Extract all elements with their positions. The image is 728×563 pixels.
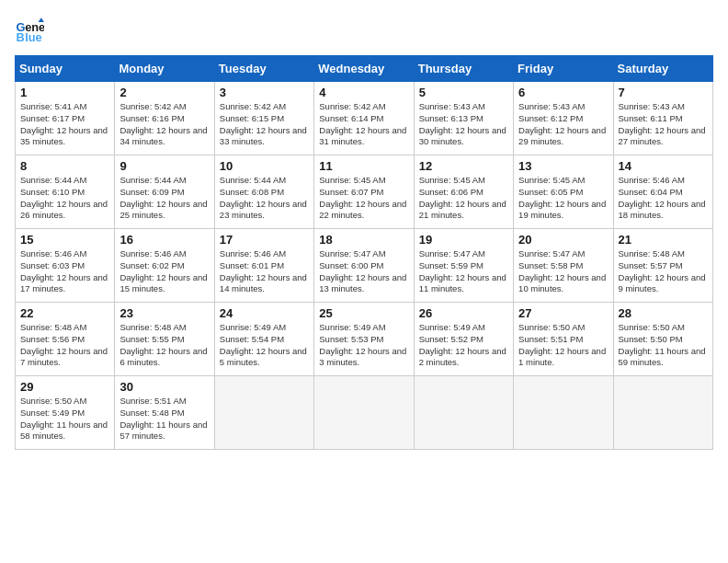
calendar-cell: [314, 376, 414, 450]
cell-details: Sunrise: 5:42 AM Sunset: 6:16 PM Dayligh…: [119, 101, 209, 148]
calendar-cell: 28Sunrise: 5:50 AM Sunset: 5:50 PM Dayli…: [613, 303, 712, 376]
day-number: 26: [419, 306, 508, 320]
day-number: 7: [619, 86, 708, 99]
calendar-cell: 24Sunrise: 5:49 AM Sunset: 5:54 PM Dayli…: [214, 303, 313, 376]
cell-details: Sunrise: 5:50 AM Sunset: 5:50 PM Dayligh…: [619, 322, 708, 369]
calendar-cell: 16Sunrise: 5:46 AM Sunset: 6:02 PM Dayli…: [115, 229, 214, 303]
day-number: 10: [220, 159, 309, 173]
day-number: 23: [119, 306, 209, 320]
cell-details: Sunrise: 5:48 AM Sunset: 5:57 PM Dayligh…: [619, 248, 708, 295]
calendar-cell: 14Sunrise: 5:46 AM Sunset: 6:04 PM Dayli…: [613, 155, 712, 229]
calendar-cell: 20Sunrise: 5:47 AM Sunset: 5:58 PM Dayli…: [514, 229, 613, 303]
day-number: 21: [619, 233, 708, 247]
calendar-cell: 5Sunrise: 5:43 AM Sunset: 6:13 PM Daylig…: [414, 82, 513, 155]
logo-icon: G eneral B lue: [15, 15, 44, 44]
weekday-header: Tuesday: [214, 56, 313, 82]
calendar-cell: [214, 376, 313, 450]
day-number: 30: [119, 380, 209, 394]
day-number: 6: [518, 86, 608, 99]
day-number: 2: [119, 86, 209, 99]
cell-details: Sunrise: 5:43 AM Sunset: 6:12 PM Dayligh…: [518, 101, 608, 148]
calendar-cell: 21Sunrise: 5:48 AM Sunset: 5:57 PM Dayli…: [613, 229, 712, 303]
cell-details: Sunrise: 5:49 AM Sunset: 5:53 PM Dayligh…: [319, 322, 408, 369]
day-number: 16: [119, 233, 209, 247]
day-number: 1: [20, 86, 109, 99]
cell-details: Sunrise: 5:49 AM Sunset: 5:54 PM Dayligh…: [220, 322, 309, 369]
calendar-cell: 11Sunrise: 5:45 AM Sunset: 6:07 PM Dayli…: [314, 155, 414, 229]
cell-details: Sunrise: 5:42 AM Sunset: 6:15 PM Dayligh…: [220, 101, 309, 148]
calendar-cell: 15Sunrise: 5:46 AM Sunset: 6:03 PM Dayli…: [16, 229, 115, 303]
calendar-cell: 4Sunrise: 5:42 AM Sunset: 6:14 PM Daylig…: [314, 82, 414, 155]
day-number: 3: [220, 86, 309, 99]
cell-details: Sunrise: 5:50 AM Sunset: 5:51 PM Dayligh…: [518, 322, 608, 369]
day-number: 14: [619, 159, 708, 173]
cell-details: Sunrise: 5:45 AM Sunset: 6:06 PM Dayligh…: [419, 175, 508, 222]
page-header: G eneral B lue: [15, 15, 713, 44]
cell-details: Sunrise: 5:43 AM Sunset: 6:11 PM Dayligh…: [619, 101, 708, 148]
weekday-header: Sunday: [16, 56, 115, 82]
calendar-cell: 17Sunrise: 5:46 AM Sunset: 6:01 PM Dayli…: [214, 229, 313, 303]
calendar-cell: [613, 376, 712, 450]
calendar-cell: 2Sunrise: 5:42 AM Sunset: 6:16 PM Daylig…: [115, 82, 214, 155]
weekday-header: Wednesday: [314, 56, 414, 82]
day-number: 25: [319, 306, 408, 320]
cell-details: Sunrise: 5:44 AM Sunset: 6:09 PM Dayligh…: [119, 175, 209, 222]
day-number: 18: [319, 233, 408, 247]
calendar-cell: 1Sunrise: 5:41 AM Sunset: 6:17 PM Daylig…: [16, 82, 115, 155]
calendar-cell: [414, 376, 513, 450]
cell-details: Sunrise: 5:46 AM Sunset: 6:04 PM Dayligh…: [619, 175, 708, 222]
cell-details: Sunrise: 5:48 AM Sunset: 5:56 PM Dayligh…: [20, 322, 109, 369]
calendar-cell: 27Sunrise: 5:50 AM Sunset: 5:51 PM Dayli…: [514, 303, 613, 376]
calendar-cell: 19Sunrise: 5:47 AM Sunset: 5:59 PM Dayli…: [414, 229, 513, 303]
day-number: 12: [419, 159, 508, 173]
day-number: 15: [20, 233, 109, 247]
cell-details: Sunrise: 5:51 AM Sunset: 5:48 PM Dayligh…: [119, 396, 209, 442]
cell-details: Sunrise: 5:47 AM Sunset: 5:59 PM Dayligh…: [419, 248, 508, 295]
day-number: 19: [419, 233, 508, 247]
day-number: 11: [319, 159, 408, 173]
day-number: 22: [20, 306, 109, 320]
logo: G eneral B lue: [15, 15, 50, 44]
calendar-cell: 6Sunrise: 5:43 AM Sunset: 6:12 PM Daylig…: [514, 82, 613, 155]
weekday-header: Thursday: [414, 56, 513, 82]
day-number: 24: [220, 306, 309, 320]
svg-text:lue: lue: [25, 30, 42, 44]
cell-details: Sunrise: 5:41 AM Sunset: 6:17 PM Dayligh…: [20, 101, 109, 148]
cell-details: Sunrise: 5:45 AM Sunset: 6:07 PM Dayligh…: [319, 175, 408, 222]
weekday-header: Friday: [514, 56, 613, 82]
cell-details: Sunrise: 5:47 AM Sunset: 5:58 PM Dayligh…: [518, 248, 608, 295]
cell-details: Sunrise: 5:43 AM Sunset: 6:13 PM Dayligh…: [419, 101, 508, 148]
calendar-cell: 18Sunrise: 5:47 AM Sunset: 6:00 PM Dayli…: [314, 229, 414, 303]
calendar-cell: 22Sunrise: 5:48 AM Sunset: 5:56 PM Dayli…: [16, 303, 115, 376]
calendar-cell: 3Sunrise: 5:42 AM Sunset: 6:15 PM Daylig…: [214, 82, 313, 155]
calendar-cell: [514, 376, 613, 450]
weekday-header: Monday: [115, 56, 214, 82]
cell-details: Sunrise: 5:48 AM Sunset: 5:55 PM Dayligh…: [119, 322, 209, 369]
cell-details: Sunrise: 5:42 AM Sunset: 6:14 PM Dayligh…: [319, 101, 408, 148]
calendar-cell: 23Sunrise: 5:48 AM Sunset: 5:55 PM Dayli…: [115, 303, 214, 376]
day-number: 4: [319, 86, 408, 99]
calendar-cell: 26Sunrise: 5:49 AM Sunset: 5:52 PM Dayli…: [414, 303, 513, 376]
calendar-cell: 9Sunrise: 5:44 AM Sunset: 6:09 PM Daylig…: [115, 155, 214, 229]
cell-details: Sunrise: 5:47 AM Sunset: 6:00 PM Dayligh…: [319, 248, 408, 295]
day-number: 20: [518, 233, 608, 247]
day-number: 27: [518, 306, 608, 320]
day-number: 17: [220, 233, 309, 247]
calendar-cell: 25Sunrise: 5:49 AM Sunset: 5:53 PM Dayli…: [314, 303, 414, 376]
calendar-cell: 30Sunrise: 5:51 AM Sunset: 5:48 PM Dayli…: [115, 376, 214, 450]
calendar-table: SundayMondayTuesdayWednesdayThursdayFrid…: [15, 55, 713, 450]
day-number: 5: [419, 86, 508, 99]
calendar-cell: 13Sunrise: 5:45 AM Sunset: 6:05 PM Dayli…: [514, 155, 613, 229]
calendar-cell: 8Sunrise: 5:44 AM Sunset: 6:10 PM Daylig…: [16, 155, 115, 229]
weekday-header: Saturday: [613, 56, 712, 82]
day-number: 8: [20, 159, 109, 173]
day-number: 13: [518, 159, 608, 173]
cell-details: Sunrise: 5:50 AM Sunset: 5:49 PM Dayligh…: [20, 396, 109, 442]
cell-details: Sunrise: 5:44 AM Sunset: 6:08 PM Dayligh…: [220, 175, 309, 222]
calendar-cell: 12Sunrise: 5:45 AM Sunset: 6:06 PM Dayli…: [414, 155, 513, 229]
cell-details: Sunrise: 5:46 AM Sunset: 6:01 PM Dayligh…: [220, 248, 309, 295]
cell-details: Sunrise: 5:49 AM Sunset: 5:52 PM Dayligh…: [419, 322, 508, 369]
calendar-cell: 29Sunrise: 5:50 AM Sunset: 5:49 PM Dayli…: [16, 376, 115, 450]
cell-details: Sunrise: 5:46 AM Sunset: 6:02 PM Dayligh…: [119, 248, 209, 295]
cell-details: Sunrise: 5:44 AM Sunset: 6:10 PM Dayligh…: [20, 175, 109, 222]
